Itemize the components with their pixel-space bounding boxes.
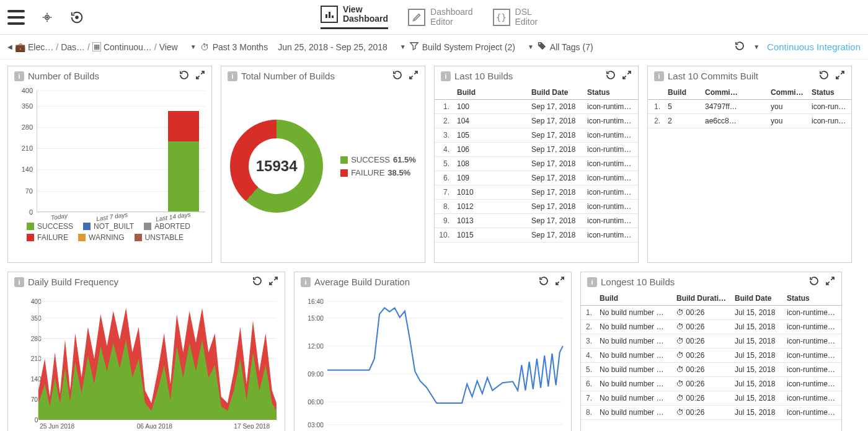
table-row[interactable]: 2.2ae6cc8…youicon-run… — [648, 114, 851, 128]
project-filter-label: Build System Project (2) — [422, 42, 515, 52]
refresh-icon[interactable] — [819, 70, 829, 82]
refresh-icon[interactable] — [606, 70, 616, 82]
table-row[interactable]: 1.534797ff…youicon-run… — [648, 100, 851, 114]
card-title: Last 10 Commits Built — [668, 71, 758, 81]
col-header[interactable]: Status — [808, 86, 851, 100]
col-header[interactable]: Build — [664, 86, 701, 100]
crumb-sep: / — [56, 42, 58, 52]
crumb-sep: / — [87, 42, 90, 52]
refresh-icon[interactable] — [392, 70, 402, 82]
svg-text:280: 280 — [31, 335, 42, 342]
table-row[interactable]: 6.No build number …⏱ 00:26Jul 15, 2018ic… — [581, 377, 841, 391]
table-row[interactable]: 7.1010Sep 17, 2018icon-runtim… — [435, 185, 638, 200]
expand-icon[interactable] — [622, 70, 632, 82]
expand-icon[interactable] — [268, 276, 278, 288]
crumb-sep: / — [154, 42, 157, 52]
refresh-icon[interactable] — [539, 276, 549, 288]
nav-dashboard-editor[interactable]: DashboardEditor — [408, 7, 473, 27]
table-row[interactable]: 1.No build number …⏱ 00:26Jul 15, 2018ic… — [581, 306, 841, 320]
info-icon[interactable]: i — [441, 71, 451, 81]
info-icon[interactable]: i — [587, 277, 597, 287]
table-row[interactable]: 3.No build number …⏱ 00:26Jul 15, 2018ic… — [581, 334, 841, 349]
svg-text:06 Aug 2018: 06 Aug 2018 — [137, 423, 173, 429]
nav-label: Editor — [430, 17, 473, 27]
card-daily-build-frequency: i Daily Build Frequency 400350280 210140… — [7, 272, 285, 431]
target-icon[interactable] — [40, 10, 55, 25]
dashboard: i Number of Builds 070140210280350400 To… — [0, 60, 868, 431]
time-range-label: Past 3 Months — [213, 42, 268, 52]
col-header[interactable]: Build Date — [528, 86, 583, 100]
table-row[interactable]: 2.No build number …⏱ 00:26Jul 15, 2018ic… — [581, 320, 841, 334]
table-row[interactable]: 6.109Sep 17, 2018icon-runtim… — [435, 171, 638, 185]
last-10-builds-table: Build Build Date Status 1.100Sep 17, 201… — [435, 86, 638, 242]
info-icon[interactable]: i — [228, 71, 237, 81]
tags-filter[interactable]: ▼ All Tags (7) — [528, 42, 593, 52]
col-header[interactable]: Build Durati… — [673, 291, 731, 306]
col-header[interactable]: Build Date — [731, 291, 783, 306]
nav-dsl-editor[interactable]: {} DSLEditor — [493, 7, 538, 27]
svg-rect-8 — [329, 12, 330, 18]
col-header[interactable]: Status — [783, 291, 841, 306]
refresh-icon[interactable] — [809, 276, 819, 288]
col-header[interactable]: Commiter — [767, 86, 808, 100]
col-header[interactable]: Status — [583, 86, 638, 100]
braces-icon: {} — [493, 9, 510, 26]
filter-bar: ◀ 💼 Elec… / Das… / ▦ Continuou… / View ▼… — [0, 35, 868, 60]
expand-icon[interactable] — [825, 276, 835, 288]
col-header[interactable]: Build — [453, 86, 528, 100]
table-row[interactable]: 4.106Sep 17, 2018icon-runtim… — [435, 143, 638, 157]
back-caret-icon[interactable]: ◀ — [7, 43, 12, 50]
table-row[interactable]: 8.No build number …⏱ 00:26Jul 15, 2018ic… — [581, 406, 841, 420]
refresh-settings-icon[interactable] — [69, 10, 84, 25]
breadcrumb-item[interactable]: Das… — [61, 42, 85, 52]
ci-link[interactable]: Continuous Integration — [767, 42, 861, 52]
table-row[interactable]: 4.No build number …⏱ 00:26Jul 15, 2018ic… — [581, 349, 841, 363]
col-header[interactable]: Commi… — [701, 86, 767, 100]
project-filter[interactable]: ▼ Build System Project (2) — [400, 42, 515, 52]
briefcase-icon: 💼 — [15, 42, 25, 52]
expand-icon[interactable] — [835, 70, 845, 82]
card-title: Total Number of Builds — [241, 71, 335, 81]
table-row[interactable]: 5.No build number …⏱ 00:26Jul 15, 2018ic… — [581, 363, 841, 377]
table-row[interactable]: 2.104Sep 17, 2018icon-runtim… — [435, 114, 638, 128]
breadcrumb-item[interactable]: Continuou… — [104, 42, 152, 52]
table-row[interactable]: 5.108Sep 17, 2018icon-runtim… — [435, 157, 638, 171]
chevron-down-icon[interactable]: ▼ — [753, 43, 760, 50]
expand-icon[interactable] — [555, 276, 565, 288]
table-row[interactable]: 9.1013Sep 17, 2018icon-runtim… — [435, 214, 638, 228]
info-icon[interactable]: i — [654, 71, 664, 81]
info-icon[interactable]: i — [301, 277, 311, 287]
expand-icon[interactable] — [409, 70, 418, 82]
card-title: Daily Build Frequency — [28, 277, 118, 287]
refresh-icon[interactable] — [179, 70, 189, 82]
refresh-icon[interactable] — [735, 41, 745, 53]
expand-icon[interactable] — [195, 70, 205, 82]
svg-text:12:00: 12:00 — [308, 343, 324, 350]
info-icon[interactable]: i — [14, 71, 24, 81]
table-row[interactable]: 3.105Sep 17, 2018icon-runtim… — [435, 128, 638, 143]
info-icon[interactable]: i — [14, 277, 24, 287]
svg-point-1 — [46, 17, 48, 18]
breadcrumb-item: View — [159, 42, 178, 52]
table-row[interactable]: 10.1015Sep 17, 2018icon-runtim… — [435, 228, 638, 242]
svg-text:350: 350 — [31, 315, 42, 322]
refresh-icon[interactable] — [252, 276, 262, 288]
menu-icon[interactable] — [7, 10, 25, 25]
col-header[interactable]: Build — [596, 291, 673, 306]
nav-label: Dashboard — [343, 14, 388, 24]
table-row[interactable]: 7.No build number …⏱ 00:26Jul 15, 2018ic… — [581, 391, 841, 406]
nav-label: Editor — [515, 17, 538, 27]
table-row[interactable]: 1.100Sep 17, 2018icon-runtim… — [435, 100, 638, 114]
svg-text:09:00: 09:00 — [308, 371, 324, 378]
breadcrumb-item[interactable]: Elec… — [28, 42, 53, 52]
time-range-filter[interactable]: ▼ ⏱ Past 3 Months Jun 25, 2018 - Sep 25,… — [190, 42, 388, 52]
donut-total: 15934 — [256, 158, 298, 175]
svg-text:70: 70 — [31, 396, 38, 403]
table-row[interactable]: 8.1012Sep 17, 2018icon-runtim… — [435, 200, 638, 214]
top-nav-left — [7, 10, 84, 25]
chevron-down-icon: ▼ — [528, 43, 534, 50]
card-title: Longest 10 Builds — [601, 277, 675, 287]
svg-text:03:00: 03:00 — [308, 422, 324, 429]
card-last-10-commits: i Last 10 Commits Built Build Commi… Com… — [647, 66, 852, 263]
nav-view-dashboard[interactable]: ViewDashboard — [321, 5, 388, 30]
